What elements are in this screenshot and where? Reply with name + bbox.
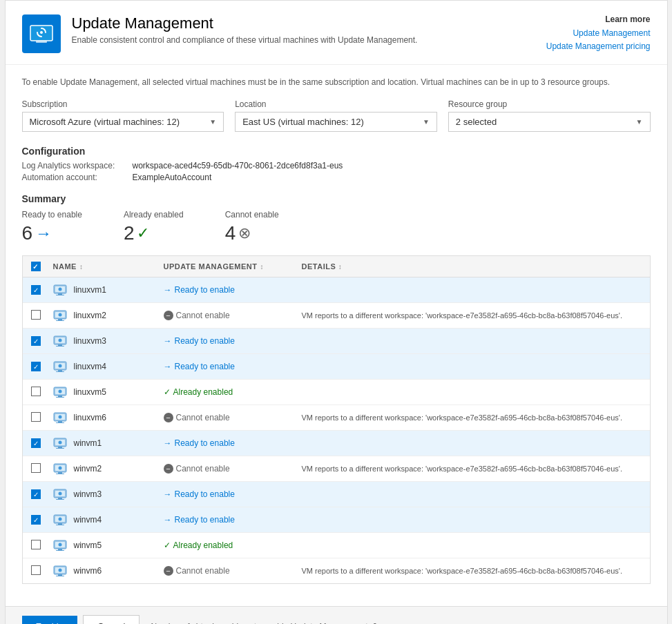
svg-rect-45 [58,498,62,499]
row-name-cell: linuxvm1 [53,283,164,297]
row-status-cell-winvm1: → Ready to enable [164,438,302,448]
vm-name-linuxvm2: linuxvm2 [74,311,106,320]
workspace-label: Log Analytics workspace: [22,161,133,170]
update-management-link[interactable]: Update Management [546,27,651,40]
row-checkbox-linuxvm6[interactable] [31,412,41,422]
update-management-pricing-link[interactable]: Update Management pricing [546,40,651,53]
summary-section: Summary Ready to enable 6 → Already enab… [22,193,651,244]
vm-icon-linuxvm5 [53,385,67,399]
row-checkbox-winvm3[interactable]: ✓ [31,489,41,499]
vm-name-winvm4: winvm4 [74,515,102,525]
account-row: Automation account: ExampleAutoAccount [22,173,651,182]
table-row: winvm5 ✓ Already enabled [23,533,650,558]
arrow-small-icon: → [164,336,172,346]
already-enabled-item: Already enabled 2 ✓ [124,210,184,244]
ready-count: 6 → [22,222,82,244]
status-cannot: − Cannot enable [164,413,230,422]
arrow-small-icon: → [164,489,172,499]
status-cannot: − Cannot enable [164,566,230,576]
row-checkbox-cell: ✓ [31,438,53,449]
ready-label: Ready to enable [22,210,82,220]
svg-rect-61 [56,576,64,576]
row-details-cell-linuxvm2: VM reports to a different workspace: 'wo… [302,311,642,320]
row-status-cell-winvm6: − Cannot enable [164,566,302,576]
vm-name-winvm5: winvm5 [74,540,102,550]
resource-group-dropdown-group: Resource group 2 selected ▼ [448,99,651,132]
name-sort-icon[interactable]: ↕ [79,263,84,271]
row-status-cell-linuxvm2: − Cannot enable [164,311,302,320]
header-text: Update Management Enable consistent cont… [72,14,418,45]
row-status-cell-linuxvm1: → Ready to enable [164,285,302,295]
row-details-cell-winvm6: VM reports to a different workspace: 'wo… [302,566,642,576]
account-value: ExampleAutoAccount [133,173,212,182]
status-sort-icon[interactable]: ↕ [260,263,265,271]
row-checkbox-winvm2[interactable] [31,463,41,473]
row-checkbox-winvm4[interactable]: ✓ [31,515,41,525]
svg-rect-15 [58,344,62,346]
resource-group-chevron-icon: ▼ [636,118,643,126]
svg-rect-2 [36,41,47,43]
summary-items: Ready to enable 6 → Already enabled 2 ✓ … [22,210,651,244]
status-ready: → Ready to enable [164,362,235,371]
select-all-checkbox[interactable]: ✓ [31,262,41,271]
svg-point-13 [58,313,61,317]
row-checkbox-linuxvm5[interactable] [31,387,41,396]
vm-icon-winvm2 [53,462,67,476]
info-text: To enable Update Management, all selecte… [22,76,651,88]
row-checkbox-winvm1[interactable]: ✓ [31,438,41,448]
workspace-row: Log Analytics workspace: workspace-aced4… [22,161,651,170]
row-checkbox-cell: ✓ [31,515,53,525]
svg-point-53 [58,518,61,521]
table-row: linuxvm5 ✓ Already enabled [23,380,650,405]
row-checkbox-cell: ✓ [31,336,53,347]
vm-icon-winvm1 [53,436,67,450]
svg-rect-51 [56,525,64,525]
learn-more-section: Learn more Update Management Update Mana… [546,14,651,53]
row-name-cell: winvm6 [53,564,164,578]
row-checkbox-cell [31,387,53,398]
subscription-label: Subscription [22,99,224,109]
row-status-cell-winvm3: → Ready to enable [164,489,302,499]
row-checkbox-winvm5[interactable] [31,540,41,549]
cancel-button[interactable]: Cancel [83,615,140,624]
check-small-icon: ✓ [164,387,171,397]
row-checkbox-cell: ✓ [31,362,53,372]
table-row: ✓ linuxvm1 → Ready to enable [23,277,650,303]
svg-rect-46 [56,499,64,500]
cannot-circle-icon: − [164,566,173,576]
status-ready: → Ready to enable [164,336,235,346]
table-row: linuxvm6 − Cannot enable VM reports to a… [23,405,650,431]
header-checkbox-cell: ✓ [31,262,53,271]
status-ready: → Ready to enable [164,438,235,448]
row-checkbox-linuxvm4[interactable]: ✓ [31,362,41,371]
enable-button[interactable]: Enable [22,616,77,624]
row-status-cell-linuxvm3: → Ready to enable [164,336,302,346]
svg-point-33 [58,416,61,419]
status-ready: → Ready to enable [164,515,235,525]
update-management-panel: Update Management Enable consistent cont… [5,0,668,624]
row-checkbox-cell: ✓ [31,489,53,500]
table-row: ✓ winvm3 → Ready to enable [23,482,650,507]
row-checkbox-linuxvm1[interactable]: ✓ [31,285,41,295]
subscription-dropdown[interactable]: Microsoft Azure (virtual machines: 12) ▼ [22,112,224,132]
location-dropdown[interactable]: East US (virtual machines: 12) ▼ [235,112,437,132]
svg-point-48 [58,492,61,496]
svg-rect-35 [58,447,62,448]
table-row: ✓ linuxvm3 → Ready to enable [23,329,650,354]
svg-rect-31 [56,422,64,423]
row-checkbox-winvm6[interactable] [31,565,41,575]
enabled-label: Already enabled [124,210,184,220]
status-column-header: UPDATE MANAGEMENT ↕ [164,262,302,271]
row-checkbox-linuxvm2[interactable] [31,310,41,320]
header: Update Management Enable consistent cont… [6,1,667,65]
details-column-header: DETAILS ↕ [302,262,642,271]
row-name-cell: linuxvm3 [53,334,164,348]
svg-rect-11 [56,320,64,321]
table-header: ✓ NAME ↕ UPDATE MANAGEMENT ↕ DETAILS ↕ [23,256,650,277]
resource-group-dropdown[interactable]: 2 selected ▼ [448,112,651,132]
row-checkbox-linuxvm3[interactable]: ✓ [31,336,41,346]
table-row: winvm2 − Cannot enable VM reports to a d… [23,456,650,482]
account-label: Automation account: [22,173,133,182]
details-sort-icon[interactable]: ↕ [338,263,343,271]
status-cannot: − Cannot enable [164,464,230,474]
